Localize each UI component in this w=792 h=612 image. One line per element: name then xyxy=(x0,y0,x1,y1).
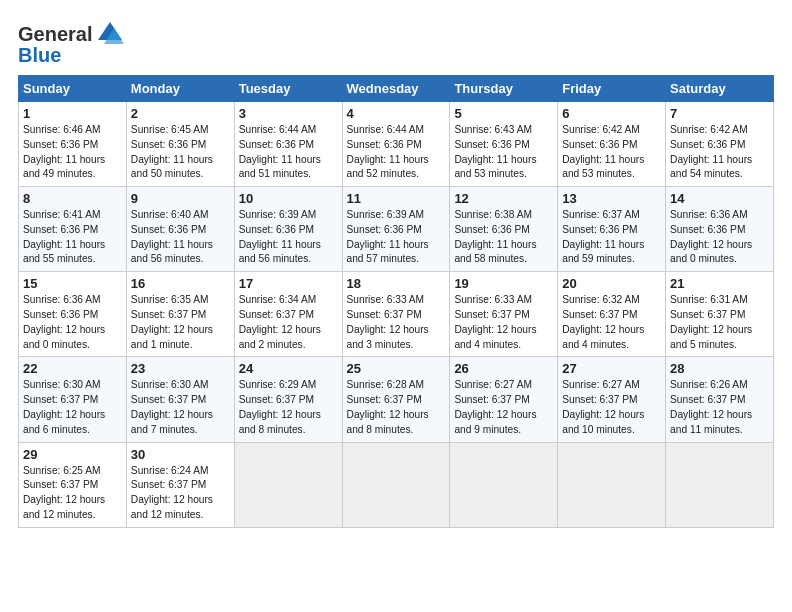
calendar-cell: 5 Sunrise: 6:43 AMSunset: 6:36 PMDayligh… xyxy=(450,102,558,187)
weekday-header-thursday: Thursday xyxy=(450,76,558,102)
day-number: 14 xyxy=(670,191,769,206)
day-info: Sunrise: 6:45 AMSunset: 6:36 PMDaylight:… xyxy=(131,124,213,179)
day-number: 3 xyxy=(239,106,338,121)
day-info: Sunrise: 6:24 AMSunset: 6:37 PMDaylight:… xyxy=(131,465,213,520)
day-info: Sunrise: 6:40 AMSunset: 6:36 PMDaylight:… xyxy=(131,209,213,264)
day-number: 18 xyxy=(347,276,446,291)
calendar-cell: 11 Sunrise: 6:39 AMSunset: 6:36 PMDaylig… xyxy=(342,187,450,272)
calendar-cell xyxy=(558,442,666,527)
day-number: 10 xyxy=(239,191,338,206)
day-number: 13 xyxy=(562,191,661,206)
weekday-header-tuesday: Tuesday xyxy=(234,76,342,102)
day-info: Sunrise: 6:43 AMSunset: 6:36 PMDaylight:… xyxy=(454,124,536,179)
day-info: Sunrise: 6:27 AMSunset: 6:37 PMDaylight:… xyxy=(454,379,536,434)
weekday-header-friday: Friday xyxy=(558,76,666,102)
calendar-cell: 20 Sunrise: 6:32 AMSunset: 6:37 PMDaylig… xyxy=(558,272,666,357)
day-info: Sunrise: 6:30 AMSunset: 6:37 PMDaylight:… xyxy=(23,379,105,434)
calendar-cell: 25 Sunrise: 6:28 AMSunset: 6:37 PMDaylig… xyxy=(342,357,450,442)
day-number: 24 xyxy=(239,361,338,376)
weekday-header-saturday: Saturday xyxy=(666,76,774,102)
day-info: Sunrise: 6:36 AMSunset: 6:36 PMDaylight:… xyxy=(670,209,752,264)
day-number: 12 xyxy=(454,191,553,206)
day-info: Sunrise: 6:25 AMSunset: 6:37 PMDaylight:… xyxy=(23,465,105,520)
day-number: 16 xyxy=(131,276,230,291)
calendar-week-2: 8 Sunrise: 6:41 AMSunset: 6:36 PMDayligh… xyxy=(19,187,774,272)
calendar-cell: 21 Sunrise: 6:31 AMSunset: 6:37 PMDaylig… xyxy=(666,272,774,357)
day-number: 8 xyxy=(23,191,122,206)
calendar-cell xyxy=(234,442,342,527)
calendar-cell: 8 Sunrise: 6:41 AMSunset: 6:36 PMDayligh… xyxy=(19,187,127,272)
day-number: 23 xyxy=(131,361,230,376)
day-info: Sunrise: 6:37 AMSunset: 6:36 PMDaylight:… xyxy=(562,209,644,264)
day-number: 15 xyxy=(23,276,122,291)
day-info: Sunrise: 6:41 AMSunset: 6:36 PMDaylight:… xyxy=(23,209,105,264)
day-number: 20 xyxy=(562,276,661,291)
day-number: 29 xyxy=(23,447,122,462)
day-info: Sunrise: 6:38 AMSunset: 6:36 PMDaylight:… xyxy=(454,209,536,264)
calendar-cell: 4 Sunrise: 6:44 AMSunset: 6:36 PMDayligh… xyxy=(342,102,450,187)
day-info: Sunrise: 6:36 AMSunset: 6:36 PMDaylight:… xyxy=(23,294,105,349)
calendar-cell: 24 Sunrise: 6:29 AMSunset: 6:37 PMDaylig… xyxy=(234,357,342,442)
calendar-cell xyxy=(450,442,558,527)
day-number: 28 xyxy=(670,361,769,376)
calendar-cell xyxy=(342,442,450,527)
calendar-cell: 27 Sunrise: 6:27 AMSunset: 6:37 PMDaylig… xyxy=(558,357,666,442)
calendar-cell: 29 Sunrise: 6:25 AMSunset: 6:37 PMDaylig… xyxy=(19,442,127,527)
calendar-cell: 10 Sunrise: 6:39 AMSunset: 6:36 PMDaylig… xyxy=(234,187,342,272)
calendar-cell: 16 Sunrise: 6:35 AMSunset: 6:37 PMDaylig… xyxy=(126,272,234,357)
day-number: 25 xyxy=(347,361,446,376)
logo: General Blue xyxy=(18,18,126,67)
day-info: Sunrise: 6:34 AMSunset: 6:37 PMDaylight:… xyxy=(239,294,321,349)
day-number: 22 xyxy=(23,361,122,376)
calendar-cell: 19 Sunrise: 6:33 AMSunset: 6:37 PMDaylig… xyxy=(450,272,558,357)
calendar-cell: 2 Sunrise: 6:45 AMSunset: 6:36 PMDayligh… xyxy=(126,102,234,187)
day-info: Sunrise: 6:26 AMSunset: 6:37 PMDaylight:… xyxy=(670,379,752,434)
day-info: Sunrise: 6:29 AMSunset: 6:37 PMDaylight:… xyxy=(239,379,321,434)
logo-text: General xyxy=(18,23,92,46)
day-number: 2 xyxy=(131,106,230,121)
calendar-cell: 17 Sunrise: 6:34 AMSunset: 6:37 PMDaylig… xyxy=(234,272,342,357)
day-number: 11 xyxy=(347,191,446,206)
calendar-cell: 7 Sunrise: 6:42 AMSunset: 6:36 PMDayligh… xyxy=(666,102,774,187)
day-number: 9 xyxy=(131,191,230,206)
calendar-week-1: 1 Sunrise: 6:46 AMSunset: 6:36 PMDayligh… xyxy=(19,102,774,187)
day-info: Sunrise: 6:42 AMSunset: 6:36 PMDaylight:… xyxy=(670,124,752,179)
day-number: 7 xyxy=(670,106,769,121)
day-info: Sunrise: 6:35 AMSunset: 6:37 PMDaylight:… xyxy=(131,294,213,349)
calendar-cell: 14 Sunrise: 6:36 AMSunset: 6:36 PMDaylig… xyxy=(666,187,774,272)
day-number: 26 xyxy=(454,361,553,376)
weekday-header-sunday: Sunday xyxy=(19,76,127,102)
day-info: Sunrise: 6:27 AMSunset: 6:37 PMDaylight:… xyxy=(562,379,644,434)
calendar-cell: 13 Sunrise: 6:37 AMSunset: 6:36 PMDaylig… xyxy=(558,187,666,272)
day-info: Sunrise: 6:33 AMSunset: 6:37 PMDaylight:… xyxy=(454,294,536,349)
day-info: Sunrise: 6:42 AMSunset: 6:36 PMDaylight:… xyxy=(562,124,644,179)
day-number: 17 xyxy=(239,276,338,291)
day-info: Sunrise: 6:44 AMSunset: 6:36 PMDaylight:… xyxy=(239,124,321,179)
calendar-cell: 9 Sunrise: 6:40 AMSunset: 6:36 PMDayligh… xyxy=(126,187,234,272)
weekday-header-monday: Monday xyxy=(126,76,234,102)
day-number: 4 xyxy=(347,106,446,121)
day-number: 27 xyxy=(562,361,661,376)
day-info: Sunrise: 6:31 AMSunset: 6:37 PMDaylight:… xyxy=(670,294,752,349)
calendar-week-3: 15 Sunrise: 6:36 AMSunset: 6:36 PMDaylig… xyxy=(19,272,774,357)
calendar-cell xyxy=(666,442,774,527)
day-info: Sunrise: 6:39 AMSunset: 6:36 PMDaylight:… xyxy=(239,209,321,264)
day-info: Sunrise: 6:44 AMSunset: 6:36 PMDaylight:… xyxy=(347,124,429,179)
day-info: Sunrise: 6:33 AMSunset: 6:37 PMDaylight:… xyxy=(347,294,429,349)
calendar-cell: 3 Sunrise: 6:44 AMSunset: 6:36 PMDayligh… xyxy=(234,102,342,187)
day-info: Sunrise: 6:30 AMSunset: 6:37 PMDaylight:… xyxy=(131,379,213,434)
day-info: Sunrise: 6:32 AMSunset: 6:37 PMDaylight:… xyxy=(562,294,644,349)
day-number: 19 xyxy=(454,276,553,291)
calendar-cell: 18 Sunrise: 6:33 AMSunset: 6:37 PMDaylig… xyxy=(342,272,450,357)
calendar-cell: 12 Sunrise: 6:38 AMSunset: 6:36 PMDaylig… xyxy=(450,187,558,272)
calendar-cell: 23 Sunrise: 6:30 AMSunset: 6:37 PMDaylig… xyxy=(126,357,234,442)
calendar-cell: 15 Sunrise: 6:36 AMSunset: 6:36 PMDaylig… xyxy=(19,272,127,357)
day-info: Sunrise: 6:46 AMSunset: 6:36 PMDaylight:… xyxy=(23,124,105,179)
calendar-cell: 6 Sunrise: 6:42 AMSunset: 6:36 PMDayligh… xyxy=(558,102,666,187)
day-info: Sunrise: 6:28 AMSunset: 6:37 PMDaylight:… xyxy=(347,379,429,434)
calendar-cell: 28 Sunrise: 6:26 AMSunset: 6:37 PMDaylig… xyxy=(666,357,774,442)
day-info: Sunrise: 6:39 AMSunset: 6:36 PMDaylight:… xyxy=(347,209,429,264)
calendar-cell: 26 Sunrise: 6:27 AMSunset: 6:37 PMDaylig… xyxy=(450,357,558,442)
day-number: 5 xyxy=(454,106,553,121)
calendar-cell: 30 Sunrise: 6:24 AMSunset: 6:37 PMDaylig… xyxy=(126,442,234,527)
